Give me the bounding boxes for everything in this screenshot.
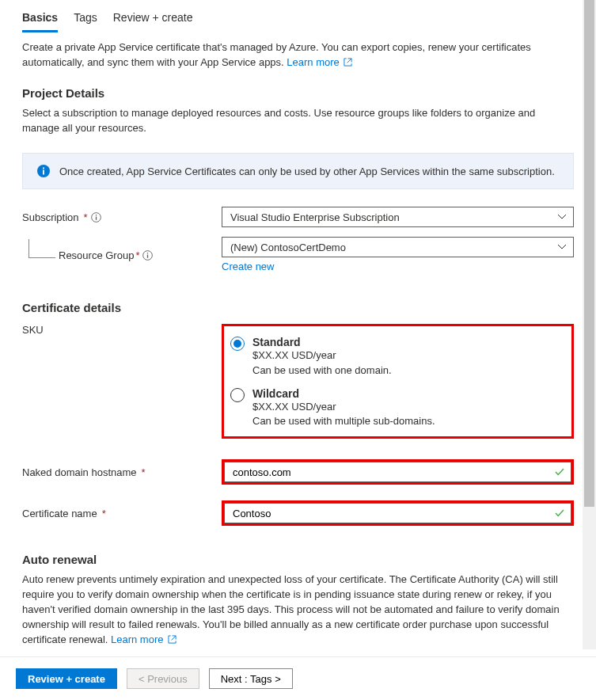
svg-rect-7 (147, 255, 148, 258)
review-create-button[interactable]: Review + create (16, 668, 117, 689)
learn-more-link[interactable]: Learn more (287, 56, 352, 68)
external-link-icon (168, 635, 177, 644)
auto-renewal-heading: Auto renewal (22, 553, 574, 566)
info-icon (37, 165, 50, 177)
svg-rect-8 (147, 253, 148, 253)
subscription-label: Subscription* (22, 211, 222, 223)
chevron-down-icon (557, 242, 567, 252)
tree-connector-icon (28, 239, 55, 258)
sku-wildcard-note: Can be used with multiple sub-domains. (252, 414, 562, 428)
svg-rect-5 (95, 215, 96, 215)
chevron-down-icon (557, 212, 567, 222)
svg-rect-1 (43, 170, 44, 175)
sku-wildcard-radio[interactable] (230, 388, 245, 402)
sku-standard-title: Standard (252, 336, 562, 348)
svg-rect-2 (43, 168, 44, 169)
info-note-text: Once created, App Service Certificates c… (59, 165, 555, 177)
tab-bar: Basics Tags Review + create (22, 6, 574, 32)
svg-rect-4 (95, 216, 96, 219)
next-button[interactable]: Next : Tags > (209, 668, 293, 689)
sku-standard-note: Can be used with one domain. (252, 363, 562, 378)
info-icon[interactable] (142, 250, 153, 261)
info-note-box: Once created, App Service Certificates c… (22, 153, 574, 189)
tab-tags[interactable]: Tags (74, 6, 97, 32)
hostname-highlight-box (222, 459, 574, 485)
check-icon (554, 508, 565, 519)
footer-bar: Review + create < Previous Next : Tags > (0, 656, 596, 700)
previous-button[interactable]: < Previous (127, 668, 199, 689)
certname-label: Certificate name* (22, 508, 222, 519)
scrollbar[interactable] (583, 0, 596, 649)
check-icon (554, 466, 565, 477)
project-details-desc: Select a subscription to manage deployed… (22, 106, 574, 136)
info-icon[interactable] (91, 212, 101, 223)
sku-label: SKU (22, 324, 222, 336)
external-link-icon (344, 58, 352, 67)
auto-renewal-desc: Auto renew prevents untimely expiration … (22, 573, 574, 647)
sku-wildcard-price: $XX.XX USD/year (252, 400, 562, 414)
sku-wildcard-title: Wildcard (252, 387, 562, 400)
tab-basics[interactable]: Basics (22, 6, 58, 32)
auto-renewal-learn-more-link[interactable]: Learn more (111, 633, 177, 645)
certname-highlight-box (222, 500, 574, 526)
hostname-input[interactable] (224, 462, 571, 482)
subscription-dropdown[interactable]: Visual Studio Enterprise Subscription (222, 207, 574, 227)
sku-standard-price: $XX.XX USD/year (252, 348, 562, 363)
certname-input[interactable] (224, 503, 571, 523)
sku-highlight-box: Standard $XX.XX USD/year Can be used wit… (222, 324, 574, 439)
create-new-link[interactable]: Create new (222, 261, 274, 272)
sku-standard-radio[interactable] (230, 337, 245, 351)
resource-group-dropdown[interactable]: (New) ContosoCertDemo (222, 237, 574, 257)
project-details-heading: Project Details (22, 86, 574, 100)
resource-group-label: Resource Group* (59, 249, 139, 261)
hostname-label: Naked domain hostname* (22, 466, 222, 478)
scrollbar-thumb[interactable] (584, 0, 594, 507)
certificate-details-heading: Certificate details (22, 301, 574, 314)
intro-text: Create a private App Service certificate… (22, 40, 574, 70)
tab-review-create[interactable]: Review + create (113, 6, 193, 32)
